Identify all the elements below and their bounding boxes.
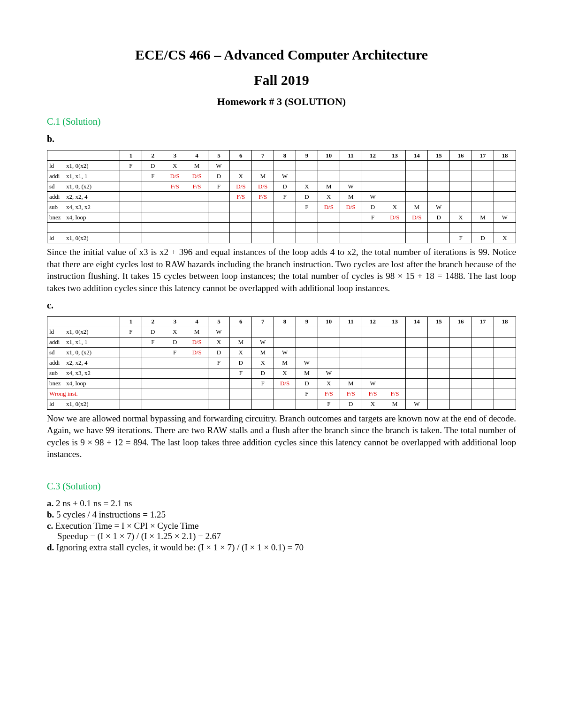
stage-cell	[142, 368, 164, 378]
table-row: addix2, x2, 4FDXMW	[47, 358, 516, 368]
part-c-label: c.	[47, 300, 516, 311]
stage-cell	[494, 327, 516, 337]
stage-cell: X	[164, 327, 186, 337]
stage-cell	[428, 358, 450, 368]
stage-cell	[186, 358, 208, 368]
stage-cell	[450, 358, 472, 368]
stage-cell	[362, 337, 384, 347]
stage-cell	[362, 358, 384, 368]
cycle-header: 3	[164, 150, 186, 161]
cycle-header: 2	[142, 316, 164, 327]
list-item: a. 2 ns + 0.1 ns = 2.1 ns	[47, 498, 516, 509]
stage-cell: W	[296, 358, 318, 368]
stage-cell	[120, 202, 142, 212]
stage-cell: F	[120, 327, 142, 337]
stage-cell	[406, 378, 428, 389]
pipeline-table-b: 123456789101112131415161718ldx1, 0(x2)FD…	[47, 150, 516, 243]
stage-cell: X	[384, 202, 406, 212]
instruction-cell: bnezx4, loop	[47, 378, 120, 389]
cycle-header: 16	[450, 316, 472, 327]
stage-cell: D	[472, 233, 494, 243]
item-extra: Speedup = (I × 1 × 7) / (I × 1.25 × 2.1)…	[47, 531, 516, 541]
stage-cell: D	[230, 358, 252, 368]
stage-cell: F/S	[230, 192, 252, 202]
stage-cell	[494, 337, 516, 347]
stage-cell: W	[340, 181, 362, 192]
table-row: ldx1, 0(x2)FDXMW	[47, 399, 516, 409]
cycle-header: 6	[230, 316, 252, 327]
stage-cell: F	[208, 358, 230, 368]
stage-cell	[164, 378, 186, 389]
stage-cell	[340, 212, 362, 223]
stage-cell	[142, 233, 164, 243]
stage-cell: X	[252, 358, 274, 368]
stage-cell	[142, 202, 164, 212]
cycle-header: 1	[120, 150, 142, 161]
stage-cell	[494, 378, 516, 389]
stage-cell: D	[428, 212, 450, 223]
stage-cell	[318, 171, 340, 181]
stage-cell	[164, 233, 186, 243]
stage-cell	[252, 399, 274, 409]
stage-cell	[296, 212, 318, 223]
stage-cell	[252, 212, 274, 223]
cycle-header: 11	[340, 150, 362, 161]
stage-cell	[230, 161, 252, 171]
cycle-header: 7	[252, 150, 274, 161]
stage-cell: D/S	[384, 212, 406, 223]
table-row: addix1, x1, 1FDD/SXMW	[47, 337, 516, 347]
stage-cell	[494, 399, 516, 409]
stage-cell	[384, 192, 406, 202]
cycle-header: 11	[340, 316, 362, 327]
stage-cell	[428, 368, 450, 378]
list-item: b. 5 cycles / 4 instructions = 1.25	[47, 510, 516, 520]
stage-cell: F	[296, 389, 318, 399]
stage-cell	[252, 202, 274, 212]
stage-cell: F	[296, 202, 318, 212]
stage-cell	[494, 368, 516, 378]
stage-cell	[164, 212, 186, 223]
header-instr	[47, 150, 120, 161]
stage-cell: M	[230, 337, 252, 347]
table-row: ldx1, 0(x2)FDX	[47, 233, 516, 243]
stage-cell	[406, 223, 428, 233]
stage-cell	[406, 192, 428, 202]
stage-cell	[384, 161, 406, 171]
cycle-header: 4	[186, 150, 208, 161]
stage-cell	[494, 358, 516, 368]
instruction-cell: ldx1, 0(x2)	[47, 161, 120, 171]
stage-cell: X	[318, 378, 340, 389]
stage-cell	[142, 192, 164, 202]
stage-cell: D/S	[318, 202, 340, 212]
stage-cell	[428, 337, 450, 347]
cycle-header: 10	[318, 316, 340, 327]
stage-cell	[384, 233, 406, 243]
list-item: d. Ignoring extra stall cycles, it would…	[47, 542, 516, 553]
stage-cell: M	[340, 192, 362, 202]
stage-cell: M	[186, 161, 208, 171]
stage-cell	[428, 181, 450, 192]
stage-cell: F/S	[384, 389, 406, 399]
stage-cell: W	[494, 212, 516, 223]
cycle-header: 17	[472, 316, 494, 327]
stage-cell	[340, 358, 362, 368]
stage-cell	[274, 233, 296, 243]
stage-cell	[186, 192, 208, 202]
stage-cell	[230, 327, 252, 337]
instruction-cell: subx4, x3, x2	[47, 202, 120, 212]
stage-cell	[186, 202, 208, 212]
stage-cell	[450, 192, 472, 202]
item-label: b.	[47, 510, 56, 519]
item-label: d.	[47, 542, 56, 552]
stage-cell	[296, 327, 318, 337]
cycle-header: 2	[142, 150, 164, 161]
stage-cell	[406, 358, 428, 368]
stage-cell	[384, 347, 406, 358]
stage-cell: W	[406, 399, 428, 409]
instruction-cell	[47, 223, 120, 233]
stage-cell: D	[142, 327, 164, 337]
table-row: ldx1, 0(x2)FDXMW	[47, 327, 516, 337]
stage-cell	[384, 378, 406, 389]
stage-cell	[296, 233, 318, 243]
stage-cell	[120, 171, 142, 181]
